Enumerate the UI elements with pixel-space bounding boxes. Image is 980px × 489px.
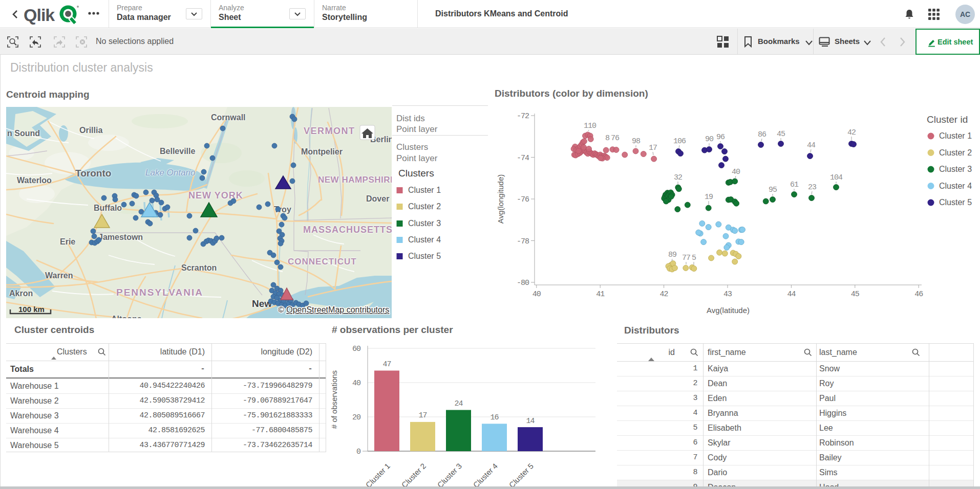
svg-text:Cornwall: Cornwall: [211, 113, 246, 122]
svg-text:Montpelier: Montpelier: [301, 147, 343, 156]
svg-text:46: 46: [914, 290, 923, 299]
svg-text:-76: -76: [517, 195, 529, 204]
svg-text:Cluster 4: Cluster 4: [408, 235, 441, 244]
svg-text:41: 41: [596, 290, 605, 299]
svg-text:Cluster 5: Cluster 5: [939, 198, 972, 207]
svg-text:42: 42: [660, 290, 668, 299]
svg-text:# of observations: # of observations: [330, 370, 338, 429]
svg-text:42: 42: [847, 128, 856, 137]
svg-text:76: 76: [611, 134, 620, 143]
svg-text:Belleville: Belleville: [160, 147, 195, 155]
svg-text:17: 17: [649, 144, 657, 152]
svg-text:Cluster 2: Cluster 2: [400, 461, 428, 489]
svg-text:20: 20: [352, 413, 361, 422]
svg-text:Akron: Akron: [9, 289, 33, 298]
svg-text:Cluster 4: Cluster 4: [472, 461, 499, 489]
svg-text:17: 17: [418, 411, 427, 420]
svg-text:Cluster 2: Cluster 2: [939, 148, 972, 157]
svg-text:43: 43: [723, 290, 732, 299]
svg-text:n Sound: n Sound: [7, 129, 40, 138]
svg-text:Buffalo: Buffalo: [94, 204, 122, 212]
svg-text:Cluster 1: Cluster 1: [364, 461, 392, 489]
svg-text:44: 44: [787, 290, 796, 299]
svg-text:Lake Ontario: Lake Ontario: [145, 168, 195, 177]
svg-text:24: 24: [454, 399, 463, 408]
svg-text:NEW HAMPSHIRE: NEW HAMPSHIRE: [318, 175, 392, 185]
svg-text:Cluster 5: Cluster 5: [507, 461, 535, 489]
svg-text:CONNECTICUT: CONNECTICUT: [288, 257, 357, 266]
svg-text:32: 32: [674, 173, 682, 182]
svg-text:Qlik: Qlik: [24, 5, 55, 25]
svg-text:-72: -72: [517, 112, 529, 121]
svg-text:96: 96: [716, 133, 725, 142]
svg-text:-80: -80: [517, 279, 529, 287]
svg-text:Erie: Erie: [60, 237, 75, 246]
svg-text:0: 0: [356, 448, 361, 456]
svg-text:5: 5: [692, 254, 696, 262]
svg-text:45: 45: [777, 130, 785, 139]
svg-text:106: 106: [673, 137, 686, 146]
svg-text:77: 77: [682, 254, 690, 262]
svg-text:23: 23: [808, 183, 817, 192]
svg-text:100 km: 100 km: [18, 305, 45, 314]
svg-text:14: 14: [526, 417, 535, 426]
svg-text:Toronto: Toronto: [75, 168, 111, 179]
svg-text:44: 44: [807, 141, 816, 150]
svg-text:Cluster 1: Cluster 1: [408, 186, 441, 194]
svg-text:Cluster 4: Cluster 4: [939, 182, 972, 190]
svg-text:Cluster 3: Cluster 3: [436, 461, 463, 489]
svg-text:Jamestown: Jamestown: [98, 233, 143, 241]
svg-text:40: 40: [352, 379, 361, 388]
svg-text:Cluster 5: Cluster 5: [408, 252, 441, 260]
svg-text:Cluster 3: Cluster 3: [408, 219, 441, 228]
svg-text:47: 47: [382, 360, 391, 369]
svg-text:61: 61: [790, 181, 799, 189]
svg-text:Waterloo: Waterloo: [17, 176, 52, 185]
svg-text:40: 40: [532, 290, 541, 299]
svg-text:-78: -78: [517, 237, 529, 246]
svg-text:45: 45: [851, 290, 860, 299]
svg-text:Avg(latitude): Avg(latitude): [707, 306, 750, 315]
svg-text:Orillia: Orillia: [79, 126, 102, 135]
svg-text:110: 110: [584, 122, 596, 130]
svg-text:89: 89: [668, 251, 676, 259]
svg-text:Warren: Warren: [45, 271, 73, 280]
svg-text:Altoona: Altoona: [111, 315, 142, 318]
svg-text:86: 86: [758, 130, 766, 139]
svg-text:-74: -74: [517, 154, 529, 163]
svg-text:PENNSYLVANIA: PENNSYLVANIA: [116, 287, 203, 298]
svg-text:40: 40: [732, 168, 740, 176]
svg-text:Cluster 3: Cluster 3: [939, 165, 972, 173]
svg-text:19: 19: [705, 193, 713, 202]
svg-text:Avg(longitude): Avg(longitude): [496, 174, 505, 224]
svg-text:95: 95: [769, 186, 777, 194]
svg-text:16: 16: [490, 413, 499, 422]
svg-text:Scranton: Scranton: [181, 263, 217, 272]
svg-text:Cluster 2: Cluster 2: [408, 202, 441, 211]
svg-text:© OpenStreetMap contributors: © OpenStreetMap contributors: [278, 305, 389, 314]
svg-text:Dover: Dover: [366, 194, 389, 203]
svg-text:8: 8: [605, 134, 610, 143]
svg-text:60: 60: [352, 345, 361, 353]
svg-text:90: 90: [705, 135, 714, 144]
svg-text:Cluster 1: Cluster 1: [939, 131, 972, 140]
svg-text:104: 104: [830, 173, 843, 182]
svg-text:Cluster id: Cluster id: [927, 114, 968, 125]
svg-text:MASSACHUSETTS: MASSACHUSETTS: [303, 225, 392, 235]
svg-text:98: 98: [632, 137, 641, 146]
svg-text:VERMONT: VERMONT: [304, 126, 355, 136]
